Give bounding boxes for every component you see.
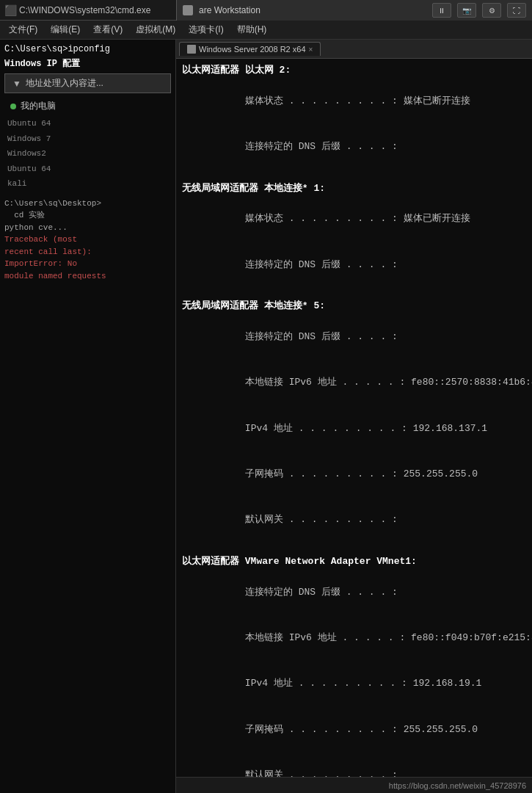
ipconfig-section-1-header: 无线局域网适配器 本地连接* 1: (182, 181, 526, 197)
cmd-extra-1: Ubuntu 64 (4, 116, 171, 131)
cmd-right-terminal-1: C:\Users\sq\Desktop> (4, 198, 171, 210)
menu-help[interactable]: 帮助(H) (231, 22, 273, 37)
pause-button[interactable]: ⏸ (432, 3, 451, 18)
settings-button[interactable]: ⚙ (482, 3, 501, 18)
snapshot-button[interactable]: 📷 (457, 3, 476, 18)
ipconfig-s2-e0: 连接特定的 DNS 后缀 . . . . : (182, 314, 526, 360)
ipconfig-s3-e0: 连接特定的 DNS 后缀 . . . . : (182, 570, 526, 615)
cmd-right-terminal-4: Traceback (most (4, 233, 171, 246)
vm-status-dot-0 (10, 104, 16, 109)
cmd-title-text: C:\WINDOWS\system32\cmd.exe (19, 5, 150, 15)
cmd-icon: ⬛ (4, 4, 16, 16)
menu-vm[interactable]: 虚拟机(M) (130, 22, 181, 37)
dropdown-address-item[interactable]: ▼ 地址处理入内容进... (5, 74, 170, 93)
tab-close-icon[interactable]: × (309, 46, 313, 54)
cmd-prompt-line: C:\Users\sq>ipconfig (4, 43, 171, 56)
cmd-extra-3: Windows2 (4, 146, 171, 162)
tab-vm-icon (187, 45, 196, 54)
ipconfig-s3-e1: 本地链接 IPv6 地址 . . . . . : fe80::f049:b70f… (182, 615, 526, 661)
cmd-extra-5: kali (4, 176, 171, 192)
vmware-title-bar: are Workstation ⏸ 📷 ⚙ ⛶ (176, 0, 532, 21)
cmd-right-terminal-6: ImportError: No (4, 258, 171, 270)
ipconfig-s1-e1: 连接特定的 DNS 后缀 . . . . : (182, 242, 526, 288)
title-bar: ⬛ C:\WINDOWS\system32\cmd.exe are Workst… (0, 0, 532, 21)
cmd-windows-ip: Windows IP 配置 (4, 57, 171, 70)
cmd-right-terminal-3: python cve... (4, 222, 171, 234)
fullscreen-button[interactable]: ⛶ (507, 3, 526, 18)
ipconfig-s0-e1: 连接特定的 DNS 后缀 . . . . : (182, 124, 526, 170)
menu-file[interactable]: 文件(F) (3, 22, 43, 37)
ipconfig-s3-e2: IPv4 地址 . . . . . . . . . : 192.168.19.1 (182, 661, 526, 706)
vmware-title-text: are Workstation (199, 5, 260, 15)
left-dropdown: ▼ 地址处理入内容进... (4, 73, 171, 93)
cmd-window: C:\Users\sq>ipconfig Windows IP 配置 ▼ 地址处… (0, 40, 176, 793)
status-url: https://blog.csdn.net/weixin_45728976 (389, 781, 526, 790)
tab-label: Windows Server 2008 R2 x64 (199, 45, 306, 54)
dropdown-arrow-icon: ▼ (12, 79, 21, 89)
cmd-extra-4: Ubuntu 64 (4, 162, 171, 177)
menu-tab[interactable]: 选项卡(I) (183, 22, 229, 37)
ipconfig-s1-e0: 媒体状态 . . . . . . . . . : 媒体已断开连接 (182, 196, 526, 242)
ipconfig-s3-e3: 子网掩码 . . . . . . . . . : 255.255.255.0 (182, 707, 526, 753)
status-bar: https://blog.csdn.net/weixin_45728976 (176, 777, 532, 793)
ipconfig-section-3-header: 以太网适配器 VMware Network Adapter VMnet1: (182, 554, 526, 570)
menu-bar: 文件(F) 编辑(E) 查看(V) 虚拟机(M) 选项卡(I) 帮助(H) (0, 21, 532, 40)
vm-item-label-0: 我的电脑 (21, 100, 56, 112)
tab-server-2008[interactable]: Windows Server 2008 R2 x64 × (179, 42, 321, 56)
ipconfig-s2-e3: 子网掩码 . . . . . . . . . : 255.255.255.0 (182, 452, 526, 497)
ipconfig-section-0-header: 以太网适配器 以太网 2: (182, 63, 526, 79)
ipconfig-section-2-header: 无线局域网适配器 本地连接* 5: (182, 299, 526, 314)
main-layout: C:\Users\sq>ipconfig Windows IP 配置 ▼ 地址处… (0, 40, 532, 793)
ipconfig-s0-e0: 媒体状态 . . . . . . . . . : 媒体已断开连接 (182, 79, 526, 124)
menu-edit[interactable]: 编辑(E) (45, 22, 86, 37)
cmd-right-terminal-7: module named requests (4, 270, 171, 283)
ipconfig-terminal[interactable]: 以太网适配器 以太网 2: 媒体状态 . . . . . . . . . : 媒… (176, 59, 532, 793)
ipconfig-s2-e4: 默认网关 . . . . . . . . . : (182, 498, 526, 543)
vmware-icon (183, 5, 193, 15)
vmware-content: Windows Server 2008 R2 x64 × 以太网适配器 以太网 … (176, 40, 532, 793)
ipconfig-s2-e2: IPv4 地址 . . . . . . . . . : 192.168.137.… (182, 406, 526, 452)
vm-list: 我的电脑 Ubuntu 64 Windows 7 Windows2 Ubuntu… (4, 96, 171, 282)
cmd-extra-2: Windows 7 (4, 131, 171, 147)
cmd-right-terminal-2: cd 实验 (4, 209, 171, 222)
dropdown-label: 地址处理入内容进... (26, 77, 103, 90)
cmd-right-terminal-5: recent call last): (4, 246, 171, 258)
vm-list-item-0[interactable]: 我的电脑 (4, 96, 171, 116)
menu-view[interactable]: 查看(V) (87, 22, 128, 37)
tab-area: Windows Server 2008 R2 x64 × (176, 40, 532, 59)
ipconfig-s2-e1: 本地链接 IPv6 地址 . . . . . : fe80::2570:8838… (182, 360, 526, 405)
